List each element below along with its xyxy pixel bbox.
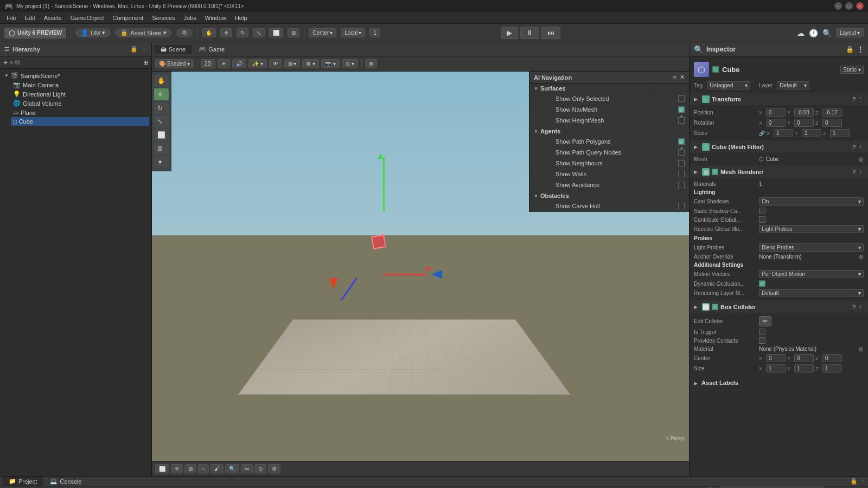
cast-shadows-dropdown[interactable]: On ▾ <box>759 197 864 206</box>
hierarchy-item-cube[interactable]: □ Cube <box>11 117 149 126</box>
static-dropdown[interactable]: Static ▾ <box>840 66 864 74</box>
scene-bottom-settings[interactable]: ⚙ <box>268 464 280 473</box>
nav-row-show-walls[interactable]: Show Walls <box>529 169 689 179</box>
pos-y-val[interactable]: -0.58 <box>794 108 814 117</box>
center-z-val[interactable]: 0 <box>822 354 842 362</box>
scene-bottom-paint[interactable]: 🖌 <box>210 464 224 473</box>
menu-gameobject[interactable]: GameObject <box>66 14 108 22</box>
scene-fx-toggle[interactable]: ✨ ▾ <box>248 59 267 68</box>
rot-y-val[interactable]: 0 <box>794 119 814 127</box>
show-walls-check[interactable] <box>678 171 685 177</box>
scene-bottom-circle[interactable]: ○ <box>198 464 209 473</box>
scene-bottom-extra[interactable]: ⊙ <box>254 464 266 473</box>
pause-button[interactable]: ⏸ <box>520 27 539 39</box>
mesh-renderer-help-icon[interactable]: ? <box>852 169 856 175</box>
provides-contacts-check[interactable] <box>759 337 765 344</box>
inspector-menu-icon[interactable]: ⋮ <box>857 46 864 53</box>
transform-header[interactable]: ▶ ↔ Transform ? ⋮ <box>690 93 868 105</box>
ai-nav-close-icon[interactable]: ✕ <box>680 74 685 81</box>
mesh-filter-help-icon[interactable]: ? <box>852 144 856 150</box>
gizmo-transform[interactable]: ⊞ <box>154 143 169 155</box>
hierarchy-item-globalvolume[interactable]: 🌐 Global Volume <box>11 99 149 108</box>
light-probes-dropdown[interactable]: Blend Probes ▾ <box>759 243 864 252</box>
menu-edit[interactable]: Edit <box>21 14 40 22</box>
nav-row-show-carve-hull[interactable]: Show Carve Hull <box>529 201 689 211</box>
mesh-renderer-settings-icon[interactable]: ⋮ <box>858 169 864 176</box>
nav-row-show-only-selected[interactable]: Show Only Selected <box>529 93 689 104</box>
scene-lighting-toggle[interactable]: ☀ <box>218 59 230 68</box>
nav-row-show-path-query-nodes[interactable]: Show Path Query Nodes <box>529 147 689 158</box>
scene-viewport[interactable]: ✋ ✛ ↻ ⤡ ⬜ ⊞ ✦ <box>152 72 689 461</box>
move-tool[interactable]: ✛ <box>220 28 232 37</box>
dynamic-occlusion-check[interactable]: ✓ <box>759 280 765 287</box>
tab-game[interactable]: 🎮 Game <box>192 44 231 54</box>
hierarchy-menu-icon[interactable]: ⋮ <box>141 46 147 53</box>
hierarchy-item-samplescene[interactable]: ▼ 🎬 SampleScene* <box>2 71 149 80</box>
tab-project[interactable]: 📁 Project <box>2 477 43 486</box>
play-button[interactable]: ▶ <box>501 27 518 39</box>
center-dropdown[interactable]: Center ▾ <box>309 28 336 37</box>
rot-z-val[interactable]: 0 <box>822 119 842 127</box>
mesh-renderer-header[interactable]: ▶ ▦ ✓ Mesh Renderer ? ⋮ <box>690 166 868 178</box>
static-shadow-check[interactable] <box>759 208 765 214</box>
local-dropdown[interactable]: Local ▾ <box>341 28 365 37</box>
contribute-global-check[interactable] <box>759 216 765 223</box>
gizmo-rotate[interactable]: ↻ <box>154 102 169 114</box>
snap-input[interactable]: 1 <box>369 28 380 37</box>
scale-x-val[interactable]: 1 <box>774 129 793 137</box>
menu-services[interactable]: Services <box>148 14 179 22</box>
transform-help-icon[interactable]: ? <box>852 96 856 102</box>
scene-draw-mode[interactable]: 🎨 Shaded ▾ <box>155 59 194 68</box>
rendering-layer-dropdown[interactable]: Default ▾ <box>759 289 864 297</box>
minimize-button[interactable]: ─ <box>834 2 842 10</box>
maximize-button[interactable]: □ <box>845 2 853 10</box>
scene-bottom-arrows[interactable]: ⇔ <box>241 464 253 473</box>
mesh-target-icon[interactable]: ◎ <box>859 156 864 162</box>
size-y-val[interactable]: 1 <box>794 364 814 373</box>
scene-bottom-search[interactable]: 🔍 <box>225 464 239 473</box>
gizmo-move[interactable]: ✛ <box>154 88 169 100</box>
inspector-lock-icon[interactable]: 🔒 <box>846 46 854 53</box>
menu-assets[interactable]: Assets <box>40 14 66 22</box>
anchor-target-icon[interactable]: ◎ <box>859 254 864 260</box>
menu-jobs[interactable]: Jobs <box>180 14 201 22</box>
scale-z-val[interactable]: 1 <box>830 129 850 137</box>
nav-row-show-avoidance[interactable]: Show Avoidance <box>529 179 689 190</box>
agents-header[interactable]: ▼ Agents <box>529 126 689 136</box>
menu-help[interactable]: Help <box>231 14 252 22</box>
mesh-filter-settings-icon[interactable]: ⋮ <box>858 144 864 151</box>
nav-row-show-path-polygons[interactable]: Show Path Polygons ✓ <box>529 136 689 147</box>
settings-pill[interactable]: ⚙ <box>176 28 193 37</box>
size-z-val[interactable]: 1 <box>822 364 842 373</box>
scene-gizmos-toggle[interactable]: ⚙ ▾ <box>302 59 319 68</box>
scene-hidden-toggle[interactable]: 👁 <box>269 59 282 68</box>
box-collider-help-icon[interactable]: ? <box>852 304 856 310</box>
show-path-polygons-check[interactable]: ✓ <box>678 138 685 145</box>
scene-grid-toggle[interactable]: ⊞ ▾ <box>284 59 301 68</box>
hierarchy-add-button[interactable]: + <box>3 58 8 67</box>
close-button[interactable]: ✕ <box>856 2 864 10</box>
transform-tool[interactable]: ⊞ <box>288 28 299 37</box>
nav-row-show-navmesh[interactable]: Show NavMesh ✓ <box>529 104 689 115</box>
scale-tool[interactable]: ⤡ <box>253 28 265 37</box>
scene-more-toggle[interactable]: ⊙ ▾ <box>342 59 358 68</box>
rot-x-val[interactable]: 0 <box>766 119 786 127</box>
obstacles-header[interactable]: ▼ Obstacles <box>529 191 689 201</box>
hierarchy-item-maincamera[interactable]: 📷 Main Camera <box>11 80 149 89</box>
show-path-query-nodes-check[interactable] <box>678 149 685 156</box>
nav-row-show-neighbours[interactable]: Show Neighbours <box>529 158 689 169</box>
show-neighbours-check[interactable] <box>678 160 685 166</box>
hierarchy-item-directionallight[interactable]: 💡 Directional Light <box>11 89 149 99</box>
transform-settings-icon[interactable]: ⋮ <box>858 96 864 103</box>
menu-file[interactable]: File <box>2 14 21 22</box>
menu-window[interactable]: Window <box>201 14 231 22</box>
gizmo-scale[interactable]: ⤡ <box>154 115 169 127</box>
show-only-selected-check[interactable] <box>678 95 685 102</box>
show-navmesh-check[interactable]: ✓ <box>678 106 685 113</box>
gizmo-rect[interactable]: ⬜ <box>154 129 169 141</box>
gizmo-hand[interactable]: ✋ <box>154 75 169 87</box>
pos-z-val[interactable]: -6.17 <box>822 108 842 117</box>
show-carve-hull-check[interactable] <box>678 203 685 209</box>
tag-dropdown[interactable]: Untagged ▾ <box>707 81 750 89</box>
object-active-checkbox[interactable] <box>712 66 719 73</box>
